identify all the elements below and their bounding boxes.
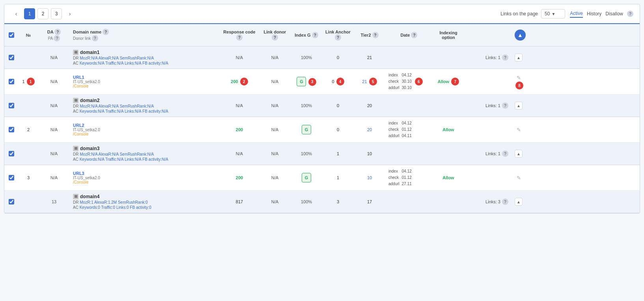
select-all-checkbox[interactable] <box>9 32 14 38</box>
domain-checkbox[interactable] <box>9 199 14 204</box>
links-link[interactable]: Links:N/A <box>125 61 141 65</box>
collapse-all-button[interactable]: ▲ <box>515 30 526 41</box>
links-link[interactable]: Links:N/A <box>125 157 141 162</box>
url-link[interactable]: URL1 <box>73 75 84 80</box>
domain-row: N/A 🖼 domain3 DR MozR:N/A AlexaR:N/A Sem… <box>4 143 640 165</box>
links-help-icon[interactable]: ? <box>502 199 508 205</box>
tier2-help-icon[interactable]: ? <box>372 32 379 38</box>
row-number <box>19 105 38 106</box>
links-help-icon[interactable]: ? <box>502 54 508 61</box>
domain-help-icon[interactable]: ? <box>103 29 109 35</box>
links-link[interactable]: Links:N/A <box>125 109 141 113</box>
domain-checkbox[interactable] <box>9 103 14 108</box>
collapse-button[interactable]: ▲ <box>515 102 523 110</box>
view-tabs: Active History Disallow ? <box>570 10 633 18</box>
prev-page-button[interactable]: ‹ <box>11 8 22 19</box>
domain-checkbox[interactable] <box>9 151 14 156</box>
tab-history[interactable]: History <box>587 10 601 17</box>
next-page-button[interactable]: › <box>64 8 75 19</box>
fb-link[interactable]: FB activity:0 <box>130 205 151 210</box>
domain-row: N/A 🖼 domain1 DR MozR:N/A AlexaR:N/A Sem… <box>4 46 640 69</box>
date-help-icon[interactable]: ? <box>411 32 417 38</box>
domain-row: N/A 🖼 domain2 DR MozR:N/A AlexaR:N/A Sem… <box>4 95 640 117</box>
row-index-g: 100% <box>291 199 322 205</box>
mozr-link[interactable]: MozR:N/A <box>80 104 97 108</box>
fb-link[interactable]: FB activity:N/A <box>142 61 168 65</box>
keywords-link[interactable]: Keywords:N/A <box>80 61 105 65</box>
row-links-count: Links: 3 ? <box>464 198 511 206</box>
mozr-link[interactable]: MozR:N/A <box>80 152 97 156</box>
domain-favicon: 🖼 <box>73 146 78 151</box>
traffic-link[interactable]: Traffic:0 <box>101 205 116 210</box>
header-link-anchor: Link Anchor ? <box>322 28 354 42</box>
badge-5: 5 <box>369 78 377 85</box>
badge-8: 8 <box>515 82 523 89</box>
mozr-link[interactable]: MozR:N/A <box>80 56 97 60</box>
row-domain-info: 🖼 domain3 DR MozR:N/A AlexaR:N/A SemRush… <box>70 145 220 162</box>
alexar-link[interactable]: AlexaR:N/A <box>98 152 118 156</box>
collapse-button[interactable]: ▲ <box>515 198 523 206</box>
collapse-button[interactable]: ▲ <box>515 54 523 61</box>
link-donor-help-icon[interactable]: ? <box>272 34 278 41</box>
semrush-link[interactable]: SemRushRank:N/A <box>119 152 154 156</box>
links-count-select[interactable]: 50 ▼ <box>541 9 565 19</box>
edit-button[interactable]: ✎ <box>515 174 523 182</box>
tab-disallow[interactable]: Disallow <box>605 10 623 17</box>
domain-metrics-ac: AC Keywords:N/A Traffic:N/A Links:N/A FB… <box>73 109 217 113</box>
mozr-link[interactable]: MozR:1 <box>80 200 93 204</box>
url-link[interactable]: URL2 <box>73 123 84 128</box>
row-number <box>19 153 38 154</box>
page-1-button[interactable]: 1 <box>24 8 35 19</box>
row-link-anchor: 3 <box>322 199 354 205</box>
da-help-icon[interactable]: ? <box>54 29 61 35</box>
keywords-link[interactable]: Keywords:N/A <box>80 157 105 162</box>
keywords-link[interactable]: Keywords:N/A <box>80 109 105 113</box>
donor-help-icon[interactable]: ? <box>92 35 98 41</box>
url-checkbox[interactable] <box>9 175 14 180</box>
links-link[interactable]: Links:0 <box>116 205 129 210</box>
links-help-icon[interactable]: ? <box>502 102 508 109</box>
edit-button[interactable]: ✎ <box>515 126 523 134</box>
alexar-link[interactable]: AlexaR:N/A <box>98 56 118 60</box>
url-checkbox[interactable] <box>9 127 14 132</box>
row-link-donor: N/A <box>259 102 291 109</box>
row-indexing-option <box>433 201 464 203</box>
traffic-link[interactable]: Traffic:N/A <box>105 61 123 65</box>
semrush-link[interactable]: SemRushRank:0 <box>118 200 148 204</box>
tabs-help-icon[interactable]: ? <box>627 11 633 17</box>
header-response-code: Response code ? <box>220 28 259 42</box>
fb-link[interactable]: FB activity:N/A <box>142 109 168 113</box>
pa-help-icon[interactable]: ? <box>54 35 60 41</box>
badge-1: 1 <box>27 78 35 85</box>
row-index-g: 100% <box>291 150 322 157</box>
edit-button[interactable]: ✎ <box>515 74 523 82</box>
domain-checkbox[interactable] <box>9 55 14 60</box>
tab-active[interactable]: Active <box>570 10 583 18</box>
url-console: /Console <box>73 132 217 136</box>
url-link-donor: N/A <box>259 78 291 85</box>
alexar-link[interactable]: AlexaR:N/A <box>98 104 118 108</box>
row-date <box>385 105 433 106</box>
alexar-link[interactable]: AlexaR:1.2M <box>94 200 117 204</box>
row-tier2: 20 <box>354 102 385 109</box>
page-2-button[interactable]: 2 <box>37 8 49 19</box>
collapse-button[interactable]: ▲ <box>515 150 523 158</box>
index-g-help-icon[interactable]: ? <box>312 32 318 38</box>
keywords-link[interactable]: Keywords:0 <box>80 205 100 210</box>
semrush-link[interactable]: SemRushRank:N/A <box>119 56 154 60</box>
links-help-icon[interactable]: ? <box>502 150 508 157</box>
response-help-icon[interactable]: ? <box>236 34 243 41</box>
traffic-link[interactable]: Traffic:N/A <box>105 157 123 162</box>
row-collapse-cell: ▲ <box>511 53 526 62</box>
semrush-link[interactable]: SemRushRank:N/A <box>119 104 154 108</box>
row-da-pa: N/A <box>38 102 70 109</box>
link-anchor-help-icon[interactable]: ? <box>335 34 341 41</box>
url-link[interactable]: URL3 <box>73 171 84 176</box>
url-date: index check addurl 04.12 01.12 04.11 <box>385 119 433 140</box>
url-index-g: G <box>291 172 322 183</box>
page-3-button[interactable]: 3 <box>51 8 62 19</box>
url-checkbox[interactable] <box>9 79 14 84</box>
url-info: URL2 IT-US_setka2.0 /Console <box>70 122 220 137</box>
traffic-link[interactable]: Traffic:N/A <box>105 109 123 113</box>
fb-link[interactable]: FB activity:N/A <box>142 157 168 162</box>
